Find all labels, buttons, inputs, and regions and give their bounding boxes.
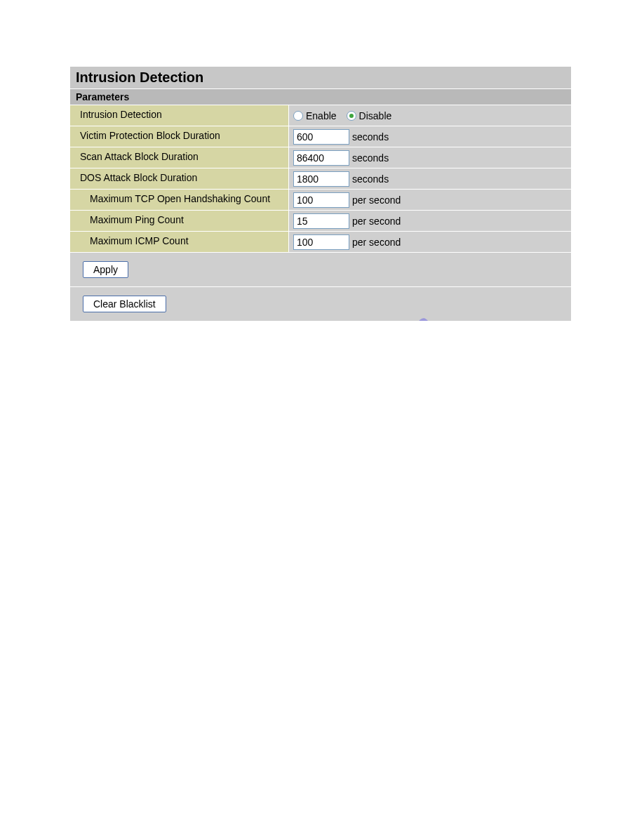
- row-intrusion-detection: Intrusion Detection Enable Disable: [70, 105, 571, 126]
- radio-enable-wrap[interactable]: Enable: [293, 110, 337, 121]
- label-max-ping: Maximum Ping Count: [70, 211, 289, 231]
- input-scan-attack[interactable]: [293, 150, 349, 166]
- value-max-icmp: per second: [289, 232, 571, 252]
- radio-enable[interactable]: [293, 111, 303, 121]
- unit-scan-attack: seconds: [352, 152, 389, 164]
- label-victim-protection: Victim Protection Block Duration: [70, 126, 289, 147]
- row-max-icmp: Maximum ICMP Count per second: [70, 232, 571, 253]
- radio-disable-wrap[interactable]: Disable: [347, 110, 392, 121]
- value-max-tcp: per second: [289, 190, 571, 210]
- input-victim-protection[interactable]: [293, 129, 349, 145]
- row-victim-protection: Victim Protection Block Duration seconds: [70, 126, 571, 147]
- row-scan-attack: Scan Attack Block Duration seconds: [70, 147, 571, 168]
- row-dos-attack: DOS Attack Block Duration seconds: [70, 168, 571, 190]
- label-scan-attack: Scan Attack Block Duration: [70, 147, 289, 168]
- label-max-icmp: Maximum ICMP Count: [70, 232, 289, 252]
- radio-disable-label: Disable: [359, 110, 392, 121]
- label-max-tcp: Maximum TCP Open Handshaking Count: [70, 190, 289, 210]
- label-intrusion-detection: Intrusion Detection: [70, 105, 289, 126]
- unit-max-tcp: per second: [352, 194, 401, 206]
- label-dos-attack: DOS Attack Block Duration: [70, 168, 289, 189]
- input-max-icmp[interactable]: [293, 234, 349, 250]
- clear-blacklist-row: Clear Blacklist: [70, 287, 571, 321]
- value-intrusion-detection: Enable Disable: [289, 105, 571, 126]
- intrusion-detection-panel: Intrusion Detection Parameters Intrusion…: [70, 67, 571, 321]
- apply-button[interactable]: Apply: [83, 261, 128, 278]
- page-title: Intrusion Detection: [70, 67, 571, 89]
- unit-max-ping: per second: [352, 216, 401, 227]
- radio-enable-label: Enable: [306, 110, 337, 121]
- unit-max-icmp: per second: [352, 237, 401, 248]
- unit-victim-protection: seconds: [352, 131, 389, 143]
- clear-blacklist-button[interactable]: Clear Blacklist: [83, 296, 166, 312]
- value-scan-attack: seconds: [289, 147, 571, 168]
- row-max-ping: Maximum Ping Count per second: [70, 211, 571, 232]
- value-dos-attack: seconds: [289, 168, 571, 189]
- radio-disable[interactable]: [347, 111, 356, 121]
- value-victim-protection: seconds: [289, 126, 571, 147]
- apply-row: Apply: [70, 253, 571, 287]
- input-dos-attack[interactable]: [293, 171, 349, 187]
- row-max-tcp: Maximum TCP Open Handshaking Count per s…: [70, 190, 571, 211]
- value-max-ping: per second: [289, 211, 571, 231]
- input-max-tcp[interactable]: [293, 192, 349, 208]
- unit-dos-attack: seconds: [352, 173, 389, 185]
- input-max-ping[interactable]: [293, 213, 349, 229]
- section-header: Parameters: [70, 89, 571, 105]
